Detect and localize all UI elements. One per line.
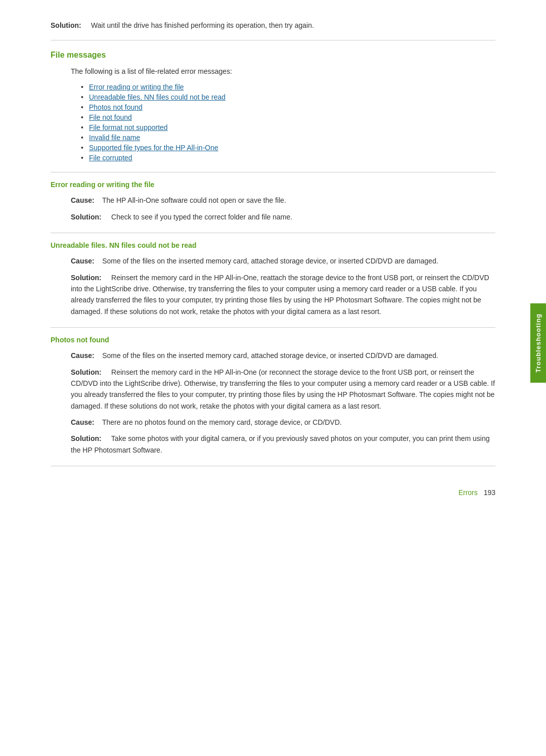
list-item: Unreadable files. NN files could not be … <box>81 93 495 101</box>
cause-label: Cause: <box>71 196 95 204</box>
solution-text: Check to see if you typed the correct fo… <box>111 213 292 221</box>
content-block: Cause: The HP All-in-One software could … <box>71 195 495 223</box>
footer-page: 193 <box>484 488 495 497</box>
footer: Errors 193 <box>459 488 495 497</box>
list-item: File format not supported <box>81 123 495 131</box>
link-photos-not-found[interactable]: Photos not found <box>89 103 143 111</box>
top-solution-block: Solution: Wait until the drive has finis… <box>51 20 495 40</box>
cause-text: The HP All-in-One software could not ope… <box>102 196 286 204</box>
solution-text: Wait until the drive has finished perfor… <box>91 21 314 29</box>
link-file-not-found[interactable]: File not found <box>89 113 132 121</box>
cause-label: Cause: <box>71 257 95 265</box>
file-messages-intro: The following is a list of file-related … <box>71 66 495 77</box>
link-unreadable[interactable]: Unreadable files. NN files could not be … <box>89 93 225 101</box>
subsection-unreadable: Unreadable files. NN files could not be … <box>51 233 495 317</box>
solution-text: Reinsert the memory card in the HP All-i… <box>71 274 489 316</box>
link-supported-types[interactable]: Supported file types for the HP All-in-O… <box>89 144 218 152</box>
solution-text-2: Take some photos with your digital camer… <box>71 434 489 454</box>
cause-label-2: Cause: <box>71 418 95 426</box>
solution-label: Solution: <box>51 21 81 29</box>
file-messages-section: File messages The following is a list of… <box>51 51 495 162</box>
list-item: File not found <box>81 113 495 121</box>
subsection-error-reading: Error reading or writing the file Cause:… <box>51 172 495 223</box>
subsection-heading: Unreadable files. NN files could not be … <box>51 241 495 249</box>
solution-label: Solution: <box>71 274 102 282</box>
subsection-heading: Photos not found <box>51 336 495 344</box>
cause-text-2: There are no photos found on the memory … <box>102 418 342 426</box>
content-block-1: Cause: Some of the files on the inserted… <box>71 350 495 412</box>
cause-label-1: Cause: <box>71 351 95 360</box>
list-item: Supported file types for the HP All-in-O… <box>81 144 495 152</box>
list-item: File corrupted <box>81 154 495 162</box>
subsection-photos-not-found: Photos not found Cause: Some of the file… <box>51 327 495 456</box>
list-item: Photos not found <box>81 103 495 111</box>
list-item: Invalid file name <box>81 134 495 142</box>
side-tab: Troubleshooting <box>530 303 546 383</box>
link-error-reading[interactable]: Error reading or writing the file <box>89 83 184 91</box>
content-block-2: Cause: There are no photos found on the … <box>71 417 495 456</box>
solution-label-2: Solution: <box>71 434 102 442</box>
file-messages-heading: File messages <box>51 51 495 60</box>
bottom-divider <box>51 466 495 466</box>
link-file-corrupted[interactable]: File corrupted <box>89 154 132 162</box>
solution-label: Solution: <box>71 213 102 221</box>
subsection-heading: Error reading or writing the file <box>51 181 495 189</box>
list-item: Error reading or writing the file <box>81 83 495 91</box>
link-invalid-file[interactable]: Invalid file name <box>89 134 140 142</box>
footer-section: Errors <box>459 488 478 497</box>
file-messages-list: Error reading or writing the file Unread… <box>81 83 495 162</box>
cause-text: Some of the files on the inserted memory… <box>102 257 438 265</box>
link-file-format[interactable]: File format not supported <box>89 123 168 131</box>
content-block: Cause: Some of the files on the inserted… <box>71 255 495 317</box>
solution-text-1: Reinsert the memory card in the HP All-i… <box>71 368 495 410</box>
solution-label-1: Solution: <box>71 368 102 376</box>
cause-text-1: Some of the files on the inserted memory… <box>102 351 438 360</box>
side-tab-label: Troubleshooting <box>534 314 542 373</box>
